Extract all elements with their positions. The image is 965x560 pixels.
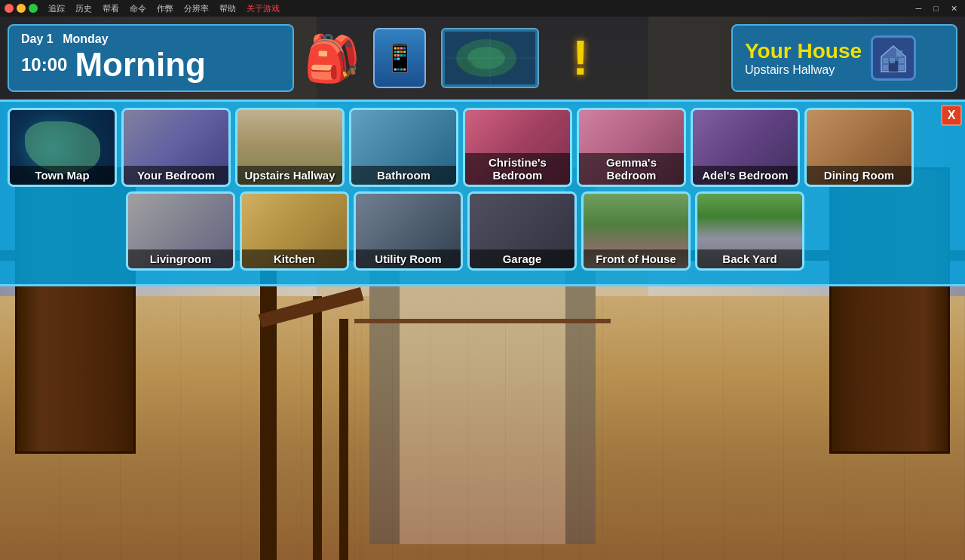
menu-help-look[interactable]: 帮看 [103, 3, 119, 14]
room-label-adels-bedroom: Adel's Bedroom [693, 166, 798, 185]
room-card-adels-bedroom[interactable]: Adel's Bedroom [691, 108, 800, 187]
maximize-window-btn[interactable] [29, 4, 38, 13]
backpack-slot[interactable]: 🎒 [302, 24, 362, 92]
room-card-gemmas-bedroom[interactable]: Gemma's Bedroom [577, 108, 686, 187]
room-label-back-yard: Back Yard [697, 249, 802, 268]
close-nav-btn[interactable]: X [941, 105, 962, 126]
window-controls: ─ □ ✕ [913, 4, 960, 14]
room-label-dining-room: Dining Room [807, 166, 911, 185]
win-minimize-btn[interactable]: ─ [913, 4, 925, 14]
day-number: Day 1 [21, 32, 54, 45]
house-icon-btn[interactable] [871, 35, 916, 81]
menu-bar: 追踪 历史 帮看 命令 作弊 分辨率 帮助 关于游戏 [48, 3, 280, 14]
room-label-utility-room: Utility Room [356, 249, 461, 268]
room-label-your-bedroom: Your Bedroom [124, 166, 228, 185]
menu-resolution[interactable]: 分辨率 [184, 3, 209, 14]
nav-overlay: X Town MapYour BedroomUpstairs HallwayBa… [0, 99, 965, 286]
house-icon [878, 43, 908, 73]
alert-icon: ! [558, 28, 603, 88]
room-card-upstairs-hallway[interactable]: Upstairs Hallway [235, 108, 345, 187]
svg-rect-14 [899, 65, 904, 70]
phone-icon: 📱 [373, 28, 426, 88]
svg-rect-11 [890, 58, 895, 63]
period-display: Morning [75, 46, 206, 84]
svg-rect-13 [883, 65, 888, 70]
room-label-upstairs-hallway: Upstairs Hallway [237, 166, 342, 185]
room-card-your-bedroom[interactable]: Your Bedroom [121, 108, 231, 187]
stair-baluster-2 [339, 319, 348, 560]
menu-history[interactable]: 历史 [75, 3, 92, 14]
room-card-town-map[interactable]: Town Map [8, 108, 117, 187]
room-label-town-map: Town Map [10, 166, 115, 185]
room-card-garage[interactable]: Garage [467, 191, 577, 271]
svg-point-3 [461, 60, 473, 72]
rooms-row-2: LivingroomKitchenUtility RoomGarageFront… [8, 191, 957, 271]
phone-slot[interactable]: 📱 [369, 24, 430, 92]
room-label-livingroom: Livingroom [128, 249, 233, 268]
stair-baluster-1 [313, 296, 322, 560]
svg-rect-10 [883, 58, 888, 63]
weekday: Monday [63, 32, 108, 45]
rooms-row-1: Town MapYour BedroomUpstairs HallwayBath… [8, 108, 957, 187]
room-card-dining-room[interactable]: Dining Room [804, 108, 914, 187]
alert-slot[interactable]: ! [550, 24, 611, 92]
header: Day 1 Monday 10:00 Morning 🎒 📱 [0, 17, 965, 99]
room-label-christines-bedroom: Christine's Bedroom [465, 153, 570, 185]
menu-track[interactable]: 追踪 [48, 3, 65, 14]
stair-post-left [260, 259, 277, 560]
room-label-garage: Garage [470, 249, 574, 268]
minimize-window-btn[interactable] [17, 4, 26, 13]
time-display: 10:00 [21, 54, 67, 75]
backpack-icon: 🎒 [304, 32, 360, 85]
close-window-btn[interactable] [5, 4, 14, 13]
location-name: Your House [745, 39, 862, 63]
menu-cheat[interactable]: 作弊 [157, 3, 173, 14]
room-card-livingroom[interactable]: Livingroom [126, 191, 235, 271]
location-sub: Upstairs Hallway [745, 63, 862, 77]
win-close-btn[interactable]: ✕ [948, 4, 960, 14]
room-card-bathroom[interactable]: Bathroom [349, 108, 458, 187]
location-block: Your House Upstairs Hallway [731, 24, 957, 92]
room-card-utility-room[interactable]: Utility Room [354, 191, 463, 271]
map-icon [441, 28, 539, 88]
room-card-front-house[interactable]: Front of House [581, 191, 691, 271]
location-text: Your House Upstairs Hallway [745, 39, 862, 77]
win-maximize-btn[interactable]: □ [930, 4, 942, 14]
room-label-kitchen: Kitchen [242, 249, 347, 268]
day-time-block: Day 1 Monday 10:00 Morning [8, 24, 294, 92]
room-card-back-yard[interactable]: Back Yard [695, 191, 804, 271]
time-morning-row: 10:00 Morning [21, 46, 280, 84]
room-card-christines-bedroom[interactable]: Christine's Bedroom [463, 108, 572, 187]
titlebar: 追踪 历史 帮看 命令 作弊 分辨率 帮助 关于游戏 ─ □ ✕ [0, 0, 965, 17]
menu-about[interactable]: 关于游戏 [247, 3, 280, 14]
svg-rect-9 [896, 50, 902, 57]
room-label-gemmas-bedroom: Gemma's Bedroom [579, 153, 684, 185]
menu-help[interactable]: 帮助 [219, 3, 236, 14]
room-card-kitchen[interactable]: Kitchen [240, 191, 349, 271]
room-label-bathroom: Bathroom [351, 166, 456, 185]
day-label: Day 1 Monday [21, 32, 280, 46]
hallway-floor-detail [354, 319, 611, 560]
menu-commands[interactable]: 命令 [130, 3, 146, 14]
svg-rect-12 [899, 58, 904, 63]
map-slot[interactable] [437, 24, 543, 92]
room-label-front-house: Front of House [584, 249, 688, 268]
map-svg [445, 32, 535, 84]
svg-point-4 [501, 46, 510, 55]
